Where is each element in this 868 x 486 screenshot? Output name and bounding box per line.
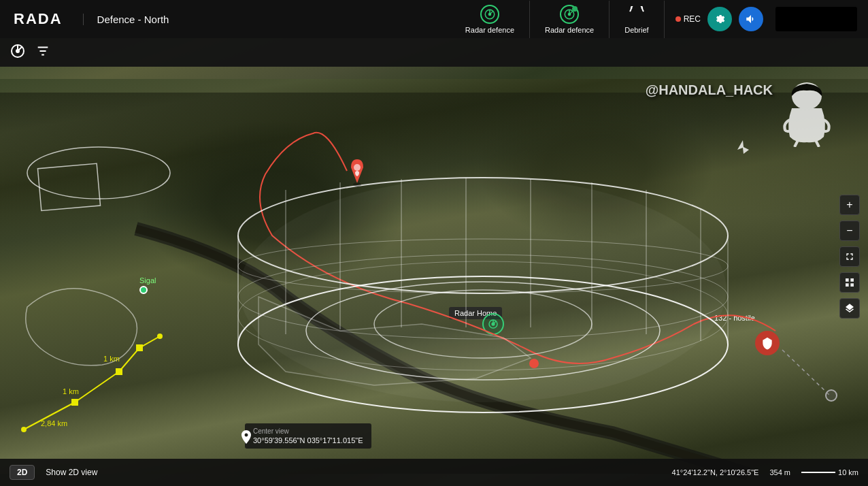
bottom-bar: 2D Show 2D view 41°24'12.2"N, 2°10'26.5"… bbox=[0, 459, 868, 486]
radar2-label: Radar defence bbox=[545, 26, 594, 34]
sigal-pin bbox=[139, 286, 148, 294]
nav-right: REC bbox=[665, 7, 868, 31]
sigal-label: Sigal bbox=[139, 276, 156, 285]
toolbar bbox=[0, 38, 868, 67]
radar-dome-svg bbox=[224, 147, 741, 433]
hostile-marker bbox=[755, 331, 780, 355]
black-box bbox=[775, 7, 857, 31]
nav-center: Radar defence Radar defence bbox=[450, 1, 665, 38]
page-title: Defence - North bbox=[83, 14, 169, 25]
show-2d-label: Show 2D view bbox=[46, 468, 97, 477]
radar2-icon bbox=[560, 5, 579, 24]
top-navigation: RADA Defence - North Radar defence bbox=[0, 0, 868, 38]
sigal-marker: Sigal bbox=[139, 276, 156, 294]
radar1-icon bbox=[480, 5, 499, 24]
coordinates: 41°24'12.2"N, 2°10'26.5"E bbox=[672, 468, 759, 476]
svg-line-5 bbox=[642, 9, 644, 12]
svg-point-3 bbox=[569, 13, 571, 15]
rec-label: REC bbox=[684, 14, 701, 24]
altitude: 354 m bbox=[769, 468, 790, 476]
svg-point-7 bbox=[16, 50, 19, 52]
radar1-label: Radar defence bbox=[465, 26, 514, 34]
red-dot-marker bbox=[529, 359, 539, 368]
scale-label: 10 km bbox=[838, 468, 858, 476]
map-location-pin bbox=[238, 429, 254, 451]
map-container[interactable]: 1 km 1 km 2,84 km Radar Home Sigal bbox=[0, 38, 868, 486]
svg-point-28 bbox=[239, 178, 727, 402]
red-pin-top bbox=[347, 157, 367, 188]
grid-button[interactable] bbox=[839, 272, 860, 293]
right-tools: + − bbox=[839, 195, 860, 319]
scale-bar: 10 km bbox=[801, 468, 858, 476]
rec-button[interactable]: REC bbox=[675, 14, 701, 24]
svg-point-47 bbox=[354, 164, 361, 171]
btn-2d[interactable]: 2D bbox=[10, 465, 35, 480]
nav-debrief[interactable]: Debrief bbox=[610, 1, 664, 38]
rec-dot bbox=[675, 16, 681, 22]
handala-figure bbox=[780, 82, 834, 144]
svg-line-4 bbox=[630, 9, 631, 12]
volume-button[interactable] bbox=[739, 7, 763, 31]
center-view-coords: 30°59'39.556"N 035°17'11.015"E bbox=[253, 436, 363, 444]
expand-button[interactable] bbox=[839, 246, 860, 267]
watermark-text: @HANDALA_HACK bbox=[646, 82, 773, 98]
nav-radar1[interactable]: Radar defence bbox=[450, 1, 530, 38]
gray-dot-marker bbox=[825, 389, 837, 402]
svg-point-1 bbox=[488, 13, 490, 15]
debrief-label: Debrief bbox=[624, 26, 648, 34]
filter-icon[interactable] bbox=[35, 44, 50, 61]
hostile-icon bbox=[755, 331, 780, 355]
badge-dot bbox=[572, 6, 578, 12]
debrief-icon bbox=[627, 5, 646, 24]
layers-button[interactable] bbox=[839, 298, 860, 319]
radar-tool-icon[interactable] bbox=[10, 43, 26, 62]
settings-button[interactable] bbox=[707, 7, 732, 31]
app-logo: RADA bbox=[0, 10, 76, 28]
zoom-in-button[interactable]: + bbox=[839, 195, 860, 215]
watermark: @HANDALA_HACK bbox=[646, 82, 834, 144]
zoom-out-button[interactable]: − bbox=[839, 221, 860, 241]
scale-line bbox=[801, 472, 835, 473]
nav-radar2[interactable]: Radar defence bbox=[530, 1, 610, 38]
